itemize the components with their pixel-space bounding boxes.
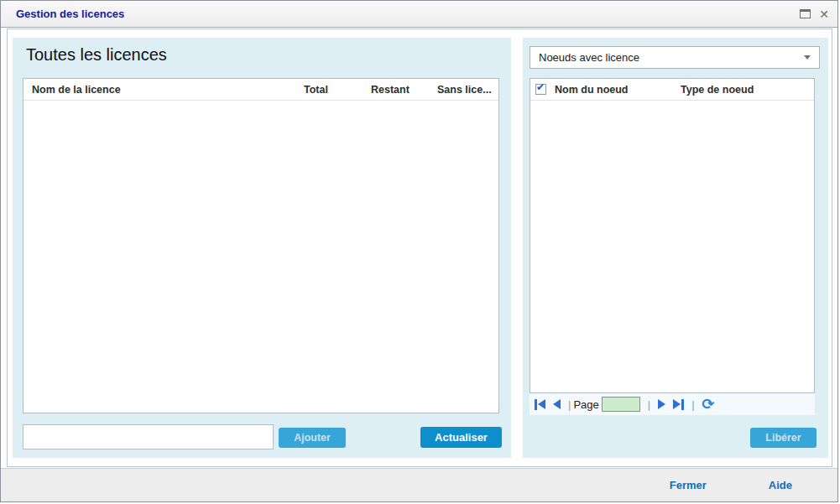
- node-filter-dropdown[interactable]: Noeuds avec licence: [530, 46, 820, 69]
- all-licenses-panel: Toutes les licences Nom de la licence To…: [13, 38, 511, 458]
- help-link[interactable]: Aide: [769, 479, 792, 491]
- window-controls: ✕: [800, 1, 829, 27]
- first-page-icon[interactable]: [535, 399, 545, 410]
- titlebar: Gestion des licences ✕: [1, 1, 837, 28]
- refresh-button[interactable]: Actualiser: [420, 427, 502, 448]
- dialog-footer: Fermer Aide: [1, 468, 837, 501]
- column-license-name: Nom de la licence: [23, 84, 304, 96]
- nodes-table: ✔ Nom du noeud Type de noeud: [530, 78, 815, 393]
- licenses-table: Nom de la licence Total Restant Sans lic…: [23, 78, 499, 413]
- prev-page-icon[interactable]: [553, 399, 561, 409]
- column-node-name: Nom du noeud: [555, 84, 681, 96]
- chevron-down-icon: [804, 55, 811, 60]
- add-button[interactable]: Ajouter: [279, 428, 346, 448]
- last-page-icon[interactable]: [673, 399, 684, 410]
- checkmark-icon: ✔: [536, 81, 545, 93]
- pager-separator: |: [568, 398, 571, 411]
- release-button[interactable]: Libérer: [750, 428, 817, 448]
- nodes-panel: Noeuds avec licence ✔ Nom du noeud Type …: [523, 38, 828, 458]
- window-title: Gestion des licences: [16, 1, 124, 27]
- license-management-dialog: Gestion des licences ✕ Toutes les licenc…: [0, 0, 838, 502]
- nodes-table-header: ✔ Nom du noeud Type de noeud: [530, 79, 814, 101]
- column-total: Total: [304, 84, 371, 96]
- refresh-icon[interactable]: ⟳: [702, 397, 715, 412]
- node-filter-value: Noeuds avec licence: [539, 51, 639, 64]
- column-remaining: Restant: [371, 84, 437, 96]
- page-label: Page: [573, 398, 598, 411]
- pager-separator: |: [691, 398, 694, 411]
- pagination-bar: | Page | | ⟳: [530, 393, 815, 415]
- panel-title: Toutes les licences: [26, 45, 167, 65]
- pager-separator: |: [648, 398, 650, 411]
- select-all-checkbox[interactable]: ✔: [535, 84, 546, 95]
- page-input[interactable]: [602, 397, 640, 412]
- column-node-type: Type de noeud: [681, 84, 814, 96]
- restore-icon[interactable]: [800, 9, 811, 18]
- license-key-input[interactable]: [23, 424, 274, 449]
- column-without-license: Sans lice...: [437, 84, 498, 96]
- close-icon[interactable]: ✕: [819, 8, 829, 20]
- close-link[interactable]: Fermer: [670, 479, 707, 491]
- licenses-table-header: Nom de la licence Total Restant Sans lic…: [23, 79, 498, 101]
- next-page-icon[interactable]: [658, 399, 665, 409]
